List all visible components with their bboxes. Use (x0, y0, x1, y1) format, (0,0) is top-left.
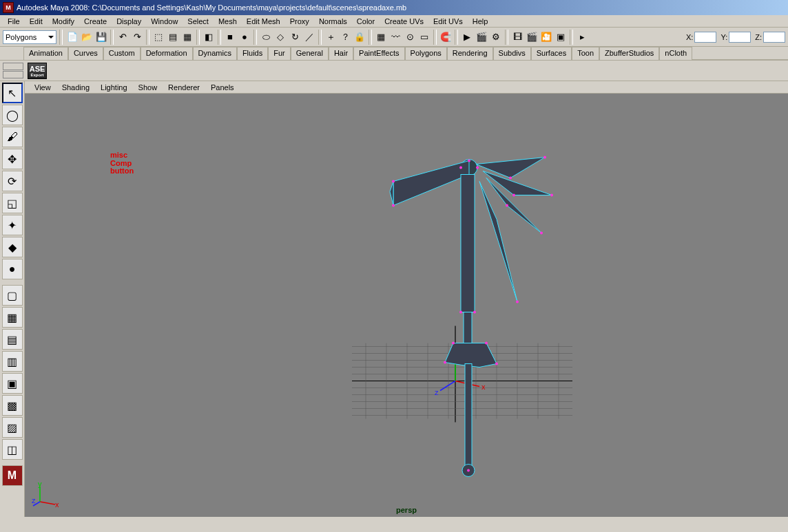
menu-select[interactable]: Select (183, 17, 214, 26)
toolbox-layout-persp[interactable]: ◫ (2, 439, 23, 460)
sel-point-icon[interactable]: ■ (223, 30, 237, 44)
render-globals-icon[interactable]: ⚙ (489, 30, 503, 44)
snap-point-icon[interactable]: ⊙ (403, 30, 417, 44)
redo-icon[interactable]: ↷ (130, 30, 144, 44)
toolbox-layout-four[interactable]: ▦ (2, 307, 23, 328)
coord-z-input[interactable] (763, 32, 785, 43)
toolbox-manip[interactable]: ✦ (2, 215, 23, 235)
shelf-tab-ncloth[interactable]: nCloth (659, 47, 692, 60)
shelf-options[interactable] (3, 63, 23, 78)
toolbox-layout-graph[interactable]: ▩ (2, 395, 23, 416)
menu-mesh[interactable]: Mesh (214, 17, 242, 26)
sel-hier-icon[interactable]: ⬚ (152, 30, 165, 44)
toolbox-rotate[interactable]: ⟳ (2, 171, 23, 191)
menu-edit-uvs[interactable]: Edit UVs (428, 17, 468, 26)
save-icon[interactable]: 💾 (94, 30, 108, 44)
shelf-tab-animation[interactable]: Animation (23, 47, 68, 60)
window-title: Autodesk Maya 2008: C:\Documents and Set… (17, 3, 785, 12)
toolbox-paint-sel[interactable]: 🖌 (2, 127, 23, 147)
toolbox-sphere[interactable]: ● (2, 259, 23, 279)
open-icon[interactable]: 📂 (80, 30, 94, 44)
toolbox-maya-logo[interactable]: M (2, 465, 23, 486)
shelf-tab-fluids[interactable]: Fluids (237, 47, 268, 60)
shelf-tab-toon[interactable]: Toon (572, 47, 599, 60)
svg-point-51 (495, 363, 498, 365)
toolbox-layout-single[interactable]: ▢ (2, 285, 23, 306)
sel-handle-icon[interactable]: ◧ (202, 30, 216, 44)
toolbox-scale[interactable]: ◱ (2, 193, 23, 213)
shelf-tab-general[interactable]: General (291, 47, 329, 60)
sel-obj-icon[interactable]: ▤ (166, 30, 180, 44)
arrow-r-icon[interactable]: ▸ (575, 30, 589, 44)
line-icon[interactable]: ／ (302, 30, 316, 44)
lock-icon[interactable]: 🔒 (353, 30, 366, 44)
panel-menu-show[interactable]: Show (133, 83, 163, 92)
panel-menu-view[interactable]: View (29, 83, 56, 92)
panel-menu-lighting[interactable]: Lighting (95, 83, 133, 92)
menu-create-uvs[interactable]: Create UVs (380, 17, 428, 26)
toolbox-layout-two-v[interactable]: ▥ (2, 351, 23, 372)
plus-icon[interactable]: ＋ (324, 30, 338, 44)
playblast-icon[interactable]: ▣ (554, 30, 568, 44)
menu-window[interactable]: Window (146, 17, 183, 26)
menu-edit[interactable]: Edit (25, 17, 48, 26)
menu-normals[interactable]: Normals (314, 17, 352, 26)
menu-edit-mesh[interactable]: Edit Mesh (242, 17, 285, 26)
ipr-icon[interactable]: ▶ (460, 30, 474, 44)
magnet-icon[interactable]: 🧲 (439, 30, 453, 44)
toolbox-translate[interactable]: ✥ (2, 149, 23, 169)
toolbox-select[interactable]: ↖ (2, 83, 23, 103)
coord-y-input[interactable] (729, 32, 751, 43)
shelf-tab-custom[interactable]: Custom (103, 47, 141, 60)
svg-point-57 (512, 194, 515, 197)
menu-create[interactable]: Create (79, 17, 112, 26)
svg-point-44 (550, 194, 553, 197)
panel-menu-renderer[interactable]: Renderer (163, 83, 205, 92)
clapper2-icon[interactable]: 🎦 (539, 30, 553, 44)
shelf-tab-surfaces[interactable]: Surfaces (531, 47, 572, 60)
shelf-tab-deformation[interactable]: Deformation (141, 47, 193, 60)
mode-dropdown[interactable]: Polygons (3, 30, 56, 44)
shelf-tab-polygons[interactable]: Polygons (405, 47, 447, 60)
shelf-tab-zbufferstudios[interactable]: ZbufferStudios (599, 47, 659, 60)
shelf-tab-fur[interactable]: Fur (268, 47, 291, 60)
clapper-icon[interactable]: 🎬 (525, 30, 539, 44)
question-icon[interactable]: ？ (338, 30, 352, 44)
toolbox: ↖◯🖌✥⟳◱✦◆●▢▦▤▥▣▩▨◫M (0, 81, 25, 517)
menu-modify[interactable]: Modify (48, 17, 79, 26)
shelf-tab-painteffects[interactable]: PaintEffects (353, 47, 405, 60)
menu-color[interactable]: Color (352, 17, 380, 26)
toolbox-show-manip[interactable]: ◆ (2, 237, 23, 257)
toolbox-lasso[interactable]: ◯ (2, 105, 23, 125)
shelf-tab-curves[interactable]: Curves (68, 47, 103, 60)
shelf-tab-rendering[interactable]: Rendering (447, 47, 493, 60)
menu-display[interactable]: Display (112, 17, 146, 26)
sel-face-icon[interactable]: ● (238, 30, 251, 44)
shelf-tab-hair[interactable]: Hair (329, 47, 353, 60)
new-icon[interactable]: 📄 (65, 30, 79, 44)
sel-comp-icon[interactable]: ▦ (180, 30, 194, 44)
snap-plane-icon[interactable]: ▭ (417, 30, 431, 44)
coord-x-input[interactable] (694, 32, 716, 43)
panel-menu-panels[interactable]: Panels (205, 83, 240, 92)
menu-file[interactable]: File (3, 17, 25, 26)
menu-help[interactable]: Help (468, 17, 493, 26)
viewport[interactable]: x y z (25, 94, 788, 517)
eraser-icon[interactable]: ⬭ (259, 30, 273, 44)
ase-export-button[interactable]: ASE Export (28, 63, 47, 79)
toolbox-layout-outliner[interactable]: ▣ (2, 373, 23, 394)
rotate-icon[interactable]: ↻ (288, 30, 302, 44)
undo-icon[interactable]: ↶ (116, 30, 129, 44)
menu-proxy[interactable]: Proxy (285, 17, 314, 26)
shelf-tab-dynamics[interactable]: Dynamics (193, 47, 237, 60)
shelf-tab-subdivs[interactable]: Subdivs (493, 47, 531, 60)
snap-curve-icon[interactable]: 〰 (388, 30, 402, 44)
toolbox-layout-two-h[interactable]: ▤ (2, 329, 23, 350)
panel-menu-shading[interactable]: Shading (56, 83, 95, 92)
svg-point-54 (476, 167, 479, 169)
film-icon[interactable]: 🎞 (510, 30, 524, 44)
render-icon[interactable]: 🎬 (475, 30, 488, 44)
toolbox-layout-script[interactable]: ▨ (2, 417, 23, 438)
diamond-icon[interactable]: ◇ (273, 30, 287, 44)
snap-grid-icon[interactable]: ▦ (374, 30, 388, 44)
